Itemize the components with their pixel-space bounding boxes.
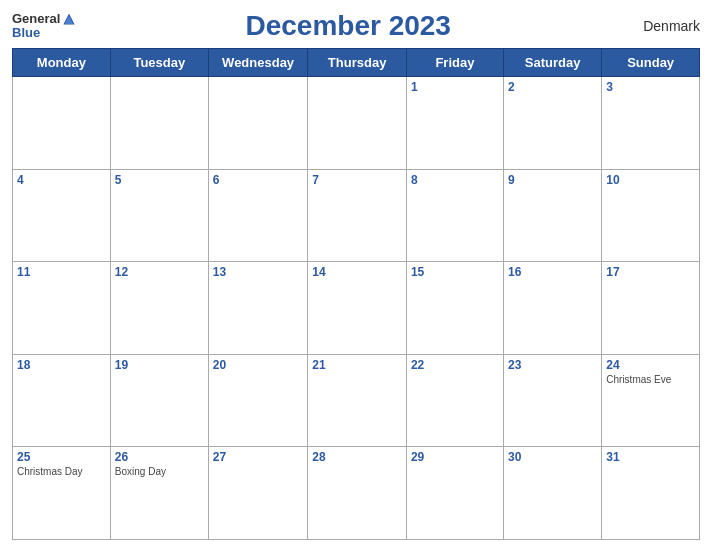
calendar-cell — [308, 77, 407, 170]
day-number: 16 — [508, 265, 597, 279]
title-area: December 2023 — [76, 10, 620, 42]
calendar-cell: 5 — [110, 169, 208, 262]
calendar-cell: 28 — [308, 447, 407, 540]
calendar-cell: 10 — [602, 169, 700, 262]
calendar-week-row: 25Christmas Day26Boxing Day2728293031 — [13, 447, 700, 540]
calendar-table: Monday Tuesday Wednesday Thursday Friday… — [12, 48, 700, 540]
calendar-cell: 26Boxing Day — [110, 447, 208, 540]
weekday-header-row: Monday Tuesday Wednesday Thursday Friday… — [13, 49, 700, 77]
header-saturday: Saturday — [503, 49, 601, 77]
day-number: 17 — [606, 265, 695, 279]
day-number: 6 — [213, 173, 304, 187]
calendar-cell: 2 — [503, 77, 601, 170]
day-number: 22 — [411, 358, 499, 372]
day-number: 20 — [213, 358, 304, 372]
calendar-cell — [208, 77, 308, 170]
day-number: 23 — [508, 358, 597, 372]
day-number: 29 — [411, 450, 499, 464]
header-thursday: Thursday — [308, 49, 407, 77]
calendar-cell: 18 — [13, 354, 111, 447]
logo-blue-text: Blue — [12, 26, 40, 40]
calendar-cell: 27 — [208, 447, 308, 540]
day-number: 18 — [17, 358, 106, 372]
calendar-week-row: 11121314151617 — [13, 262, 700, 355]
header-tuesday: Tuesday — [110, 49, 208, 77]
logo-general-text: General — [12, 12, 60, 26]
day-number: 11 — [17, 265, 106, 279]
calendar-cell: 6 — [208, 169, 308, 262]
calendar-cell: 15 — [406, 262, 503, 355]
calendar-cell: 31 — [602, 447, 700, 540]
calendar-cell: 9 — [503, 169, 601, 262]
calendar-cell: 7 — [308, 169, 407, 262]
calendar-cell — [13, 77, 111, 170]
header: General Blue December 2023 Denmark — [12, 10, 700, 42]
calendar-cell: 14 — [308, 262, 407, 355]
calendar-cell: 25Christmas Day — [13, 447, 111, 540]
calendar-cell: 20 — [208, 354, 308, 447]
calendar-cell: 24Christmas Eve — [602, 354, 700, 447]
day-number: 9 — [508, 173, 597, 187]
day-number: 10 — [606, 173, 695, 187]
logo: General Blue — [12, 12, 76, 41]
day-event: Christmas Eve — [606, 374, 695, 385]
logo-icon — [62, 12, 76, 26]
calendar-cell: 3 — [602, 77, 700, 170]
calendar-cell: 13 — [208, 262, 308, 355]
header-wednesday: Wednesday — [208, 49, 308, 77]
day-number: 31 — [606, 450, 695, 464]
day-number: 12 — [115, 265, 204, 279]
day-number: 19 — [115, 358, 204, 372]
calendar-cell: 23 — [503, 354, 601, 447]
day-number: 2 — [508, 80, 597, 94]
day-number: 1 — [411, 80, 499, 94]
calendar-cell — [110, 77, 208, 170]
day-number: 8 — [411, 173, 499, 187]
calendar-cell: 29 — [406, 447, 503, 540]
calendar-cell: 4 — [13, 169, 111, 262]
day-number: 5 — [115, 173, 204, 187]
day-number: 15 — [411, 265, 499, 279]
day-number: 14 — [312, 265, 402, 279]
calendar-cell: 11 — [13, 262, 111, 355]
day-number: 26 — [115, 450, 204, 464]
calendar-cell: 1 — [406, 77, 503, 170]
day-number: 30 — [508, 450, 597, 464]
day-event: Boxing Day — [115, 466, 204, 477]
calendar-week-row: 123 — [13, 77, 700, 170]
calendar-week-row: 45678910 — [13, 169, 700, 262]
calendar-cell: 12 — [110, 262, 208, 355]
header-monday: Monday — [13, 49, 111, 77]
day-number: 24 — [606, 358, 695, 372]
day-number: 7 — [312, 173, 402, 187]
calendar-cell: 16 — [503, 262, 601, 355]
country-label: Denmark — [620, 18, 700, 34]
calendar-page: General Blue December 2023 Denmark Monda… — [0, 0, 712, 550]
day-number: 28 — [312, 450, 402, 464]
day-number: 3 — [606, 80, 695, 94]
calendar-cell: 19 — [110, 354, 208, 447]
calendar-cell: 22 — [406, 354, 503, 447]
header-sunday: Sunday — [602, 49, 700, 77]
day-event: Christmas Day — [17, 466, 106, 477]
header-friday: Friday — [406, 49, 503, 77]
calendar-week-row: 18192021222324Christmas Eve — [13, 354, 700, 447]
calendar-cell: 8 — [406, 169, 503, 262]
calendar-cell: 17 — [602, 262, 700, 355]
day-number: 13 — [213, 265, 304, 279]
day-number: 25 — [17, 450, 106, 464]
day-number: 27 — [213, 450, 304, 464]
day-number: 21 — [312, 358, 402, 372]
calendar-title: December 2023 — [245, 10, 450, 41]
day-number: 4 — [17, 173, 106, 187]
calendar-cell: 30 — [503, 447, 601, 540]
calendar-cell: 21 — [308, 354, 407, 447]
